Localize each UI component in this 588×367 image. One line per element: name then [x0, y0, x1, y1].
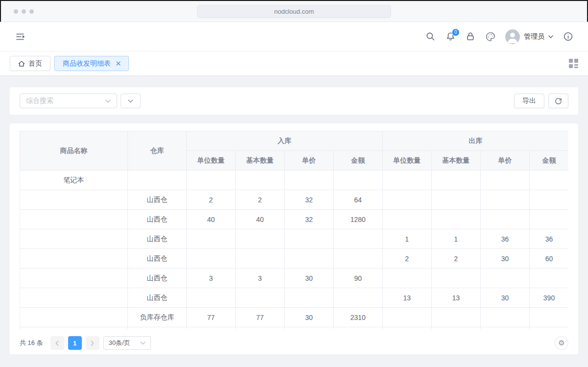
lock-icon[interactable]: [465, 31, 476, 42]
cell: 3: [236, 269, 285, 288]
window-dot[interactable]: [29, 9, 34, 14]
cell: [530, 190, 569, 210]
theme-palette-icon[interactable]: [485, 31, 496, 42]
cell: 负库存仓库: [128, 308, 187, 327]
home-icon: [18, 60, 25, 67]
cell: [236, 327, 285, 330]
cell: [236, 288, 285, 308]
table-row[interactable]: 山西仓223060: [20, 249, 569, 269]
cell: 笔记本: [20, 171, 128, 190]
chevron-down-icon: [548, 35, 553, 38]
sidebar-collapse-icon[interactable]: [15, 30, 27, 43]
user-menu[interactable]: 管理员: [505, 29, 553, 44]
cell: 2: [383, 249, 432, 269]
cell: 390: [530, 288, 569, 308]
cell: [383, 210, 432, 229]
cell: [20, 210, 128, 229]
table-row[interactable]: 山西仓333090: [20, 269, 569, 288]
cell: 32: [285, 210, 334, 229]
cell: [432, 327, 481, 330]
window-dot[interactable]: [22, 9, 26, 14]
header-actions: 0 管理员: [425, 29, 588, 44]
admin-label: 管理员: [524, 32, 544, 41]
table-settings-button[interactable]: ⚙: [555, 336, 568, 350]
total-count: 共 16 条: [20, 339, 43, 347]
address-bar[interactable]: nodcloud.com: [197, 5, 391, 18]
cell: 90: [334, 269, 383, 288]
cell: [481, 327, 530, 330]
cell: 32: [285, 190, 334, 210]
cell: [20, 269, 128, 288]
cell: [187, 288, 236, 308]
close-tab-icon[interactable]: [116, 61, 121, 66]
tab-report[interactable]: 商品收发明细表: [54, 56, 129, 71]
notifications-bell-icon[interactable]: 0: [445, 31, 456, 42]
table-row[interactable]: 山西仓223264: [20, 190, 569, 210]
next-page-button[interactable]: [86, 336, 99, 350]
cell: 1: [432, 229, 481, 249]
cell: [530, 269, 569, 288]
cell: 77: [236, 308, 285, 327]
search-icon[interactable]: [425, 31, 436, 42]
col-in-price: 单价: [285, 151, 334, 171]
cell: 山西仓: [128, 288, 187, 308]
report-card: 商品名称 仓库 入库 出库 单位数量 基本数量 单价 金额 单位数量 基本数量 …: [10, 123, 578, 354]
page-number-button[interactable]: 1: [68, 336, 82, 350]
layout-grid-icon[interactable]: [569, 59, 578, 68]
table-row[interactable]: 山西仓131330390: [20, 288, 569, 308]
window-controls: [14, 9, 34, 14]
notification-badge: 0: [452, 28, 460, 36]
col-out-amount: 金额: [530, 151, 569, 171]
cell: [187, 171, 236, 190]
table-row[interactable]: 笔记本: [20, 171, 569, 190]
cell: [334, 327, 383, 330]
col-out-base-qty: 基本数量: [432, 151, 481, 171]
cell: [285, 288, 334, 308]
cell: [432, 308, 481, 327]
tab-strip: 首页 商品收发明细表: [0, 51, 588, 76]
content: 综合搜索 导出: [0, 87, 588, 354]
prev-page-button[interactable]: [50, 336, 64, 350]
export-button[interactable]: 导出: [514, 94, 544, 108]
expand-filters-button[interactable]: [121, 94, 141, 108]
cell: [20, 190, 128, 210]
info-icon[interactable]: [563, 31, 573, 42]
cell: 13: [383, 288, 432, 308]
cell: [334, 171, 383, 190]
chevron-left-icon: [55, 341, 59, 346]
cell: [481, 269, 530, 288]
search-placeholder: 综合搜索: [26, 97, 53, 105]
cell: 36: [530, 229, 569, 249]
page-size-select[interactable]: 30条/页: [103, 336, 151, 350]
cell: [334, 249, 383, 269]
cell: [285, 171, 334, 190]
refresh-button[interactable]: [548, 94, 568, 108]
cell: [530, 171, 569, 190]
col-out-unit-qty: 单位数量: [383, 151, 432, 171]
chevron-down-icon: [140, 342, 146, 345]
table-row[interactable]: 山西仓4040321280: [20, 210, 569, 229]
cell: [187, 229, 236, 249]
window-dot[interactable]: [14, 9, 18, 14]
cell: 3: [187, 269, 236, 288]
table-row[interactable]: 负库存仓库7777302310: [20, 308, 569, 327]
tab-home[interactable]: 首页: [10, 56, 50, 71]
cell: 30: [481, 249, 530, 269]
tab-report-label: 商品收发明细表: [63, 59, 111, 68]
cell: 64: [334, 190, 383, 210]
cell: [236, 171, 285, 190]
cell: 30: [481, 288, 530, 308]
chevron-down-icon: [128, 99, 133, 103]
cell: [128, 327, 187, 330]
table-row[interactable]: 山西仓113636: [20, 229, 569, 249]
cell: 30: [285, 269, 334, 288]
table-row[interactable]: [20, 327, 569, 330]
search-type-select[interactable]: 综合搜索: [20, 94, 117, 108]
col-in-base-qty: 基本数量: [236, 151, 285, 171]
search-toolbar: 综合搜索 导出: [10, 87, 578, 115]
col-in-unit-qty: 单位数量: [187, 151, 236, 171]
cell: [20, 249, 128, 269]
report-table: 商品名称 仓库 入库 出库 单位数量 基本数量 单价 金额 单位数量 基本数量 …: [20, 131, 568, 329]
cell: [481, 171, 530, 190]
cell: 1: [383, 229, 432, 249]
